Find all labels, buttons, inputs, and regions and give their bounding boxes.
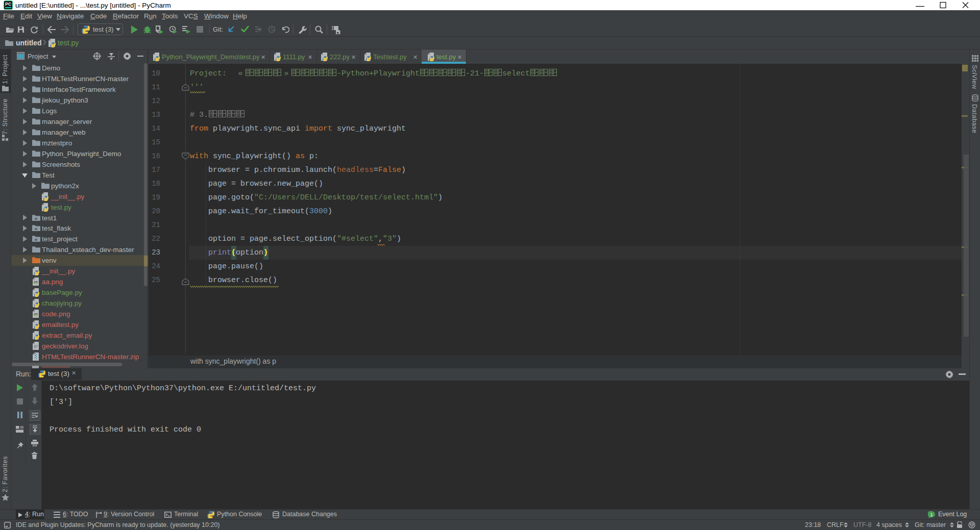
svg-text:1: 1 — [930, 512, 933, 517]
